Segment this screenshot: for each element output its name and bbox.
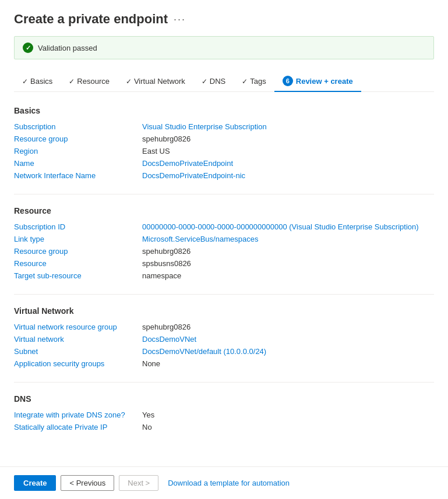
private-dns-label: Integrate with private DNS zone? — [14, 410, 142, 419]
nic-label: Network Interface Name — [14, 171, 142, 180]
vnet-value[interactable]: DocsDemoVNet — [142, 335, 196, 344]
resource-section: Resource Subscription ID 00000000-0000-0… — [14, 206, 434, 280]
tab-dns-check-icon: ✓ — [202, 77, 207, 86]
subnet-label: Subnet — [14, 347, 142, 356]
tab-dns-label: DNS — [210, 77, 225, 86]
vnet-rg-label: Virtual network resource group — [14, 323, 142, 331]
virtual-network-section-title: Virtual Network — [14, 306, 434, 316]
nic-value[interactable]: DocsDemoPrivateEndpoint-nic — [142, 171, 245, 180]
subscription-id-value[interactable]: 00000000-0000-0000-0000-000000000000 (Vi… — [142, 222, 419, 231]
name-value[interactable]: DocsDemoPrivateEndpoint — [142, 159, 233, 168]
dns-section-title: DNS — [14, 394, 434, 404]
tab-review-create-number: 6 — [283, 76, 293, 86]
vnet-label: Virtual network — [14, 335, 142, 344]
tab-dns[interactable]: ✓ DNS — [193, 72, 234, 90]
asg-value: None — [142, 359, 160, 368]
tab-review-create[interactable]: 6 Review + create — [274, 71, 361, 92]
resource-group-label: Resource group — [14, 135, 142, 143]
subnet-value[interactable]: DocsDemoVNet/default (10.0.0.0/24) — [142, 347, 266, 356]
name-label: Name — [14, 159, 142, 168]
content-area: Basics Subscription Visual Studio Enterp… — [14, 106, 434, 492]
static-ip-value: No — [142, 423, 152, 431]
resource-value: spsbusns0826 — [142, 259, 191, 268]
tab-virtual-network-label: Virtual Network — [134, 77, 185, 86]
basics-section-title: Basics — [14, 106, 434, 115]
validation-banner: Validation passed — [14, 36, 434, 59]
table-row: Virtual network resource group spehubrg0… — [14, 323, 434, 331]
table-row: Resource spsbusns0826 — [14, 259, 434, 268]
asg-label: Application security groups — [14, 359, 142, 368]
subscription-value[interactable]: Visual Studio Enterprise Subscription — [142, 122, 267, 131]
target-sub-resource-label: Target sub-resource — [14, 271, 142, 280]
resource-group-res-label: Resource group — [14, 247, 142, 256]
tab-tags[interactable]: ✓ Tags — [234, 72, 274, 90]
table-row: Resource group spehubrg0826 — [14, 247, 434, 256]
previous-button[interactable]: < Previous — [61, 475, 114, 491]
tab-basics-check-icon: ✓ — [22, 77, 28, 86]
region-value: East US — [142, 147, 170, 155]
tab-virtual-network-check-icon: ✓ — [126, 77, 132, 86]
table-row: Resource group spehubrg0826 — [14, 135, 434, 143]
table-row: Target sub-resource namespace — [14, 271, 434, 280]
table-row: Link type Microsoft.ServiceBus/namespace… — [14, 235, 434, 243]
validation-check-icon — [23, 43, 33, 53]
table-row: Virtual network DocsDemoVNet — [14, 335, 434, 344]
target-sub-resource-value: namespace — [142, 271, 181, 280]
tab-tags-check-icon: ✓ — [242, 77, 248, 86]
resource-group-value: spehubrg0826 — [142, 135, 191, 143]
link-type-value[interactable]: Microsoft.ServiceBus/namespaces — [142, 235, 258, 243]
table-row: Name DocsDemoPrivateEndpoint — [14, 159, 434, 168]
table-row: Integrate with private DNS zone? Yes — [14, 410, 434, 419]
page-title: Create a private endpoint — [14, 12, 168, 27]
tab-basics-label: Basics — [30, 77, 52, 86]
virtual-network-section: Virtual Network Virtual network resource… — [14, 306, 434, 368]
tab-tags-label: Tags — [250, 77, 266, 86]
validation-text: Validation passed — [38, 44, 97, 52]
resource-section-title: Resource — [14, 206, 434, 215]
section-divider — [14, 194, 434, 194]
resource-label: Resource — [14, 259, 142, 268]
create-button[interactable]: Create — [14, 475, 56, 491]
static-ip-label: Statically allocate Private IP — [14, 423, 142, 431]
resource-group-res-value: spehubrg0826 — [142, 247, 191, 256]
table-row: Subnet DocsDemoVNet/default (10.0.0.0/24… — [14, 347, 434, 356]
section-divider — [14, 382, 434, 383]
tab-resource-check-icon: ✓ — [69, 77, 75, 86]
table-row: Application security groups None — [14, 359, 434, 368]
ellipsis-menu-button[interactable]: ··· — [174, 13, 186, 26]
private-dns-value: Yes — [142, 410, 154, 419]
next-button: Next > — [119, 475, 158, 491]
subscription-label: Subscription — [14, 122, 142, 131]
tab-resource-label: Resource — [77, 77, 110, 86]
tab-resource[interactable]: ✓ Resource — [61, 72, 118, 90]
section-divider — [14, 294, 434, 295]
region-label: Region — [14, 147, 142, 155]
table-row: Statically allocate Private IP No — [14, 423, 434, 431]
automation-template-link[interactable]: Download a template for automation — [168, 479, 290, 487]
tabs-row: ✓ Basics ✓ Resource ✓ Virtual Network ✓ … — [14, 71, 434, 92]
table-row: Network Interface Name DocsDemoPrivateEn… — [14, 171, 434, 180]
tab-review-create-label: Review + create — [296, 77, 353, 86]
basics-section: Basics Subscription Visual Studio Enterp… — [14, 106, 434, 180]
table-row: Subscription Visual Studio Enterprise Su… — [14, 122, 434, 131]
subscription-id-label: Subscription ID — [14, 222, 142, 231]
tab-basics[interactable]: ✓ Basics — [14, 72, 61, 90]
table-row: Subscription ID 00000000-0000-0000-0000-… — [14, 222, 434, 231]
vnet-rg-value: spehubrg0826 — [142, 323, 191, 331]
dns-section: DNS Integrate with private DNS zone? Yes… — [14, 394, 434, 431]
table-row: Region East US — [14, 147, 434, 155]
footer: Create < Previous Next > Download a temp… — [0, 466, 448, 499]
tab-virtual-network[interactable]: ✓ Virtual Network — [118, 72, 193, 90]
link-type-label: Link type — [14, 235, 142, 243]
